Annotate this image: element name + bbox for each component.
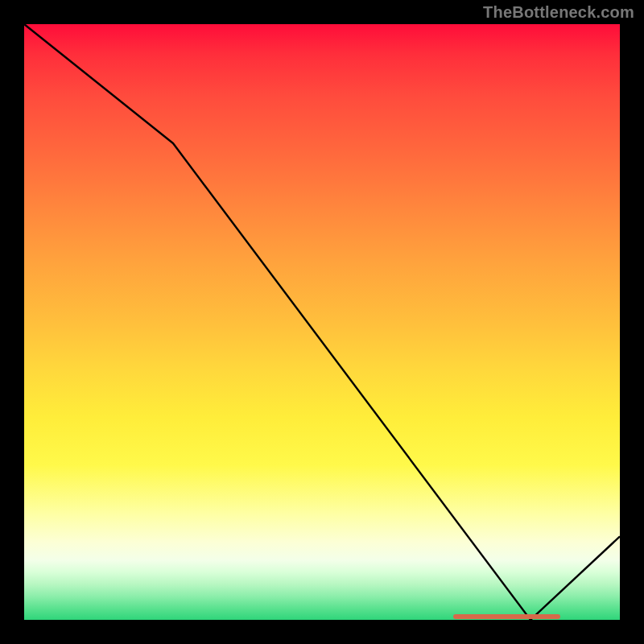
chart-frame: TheBottleneck.com — [0, 0, 644, 644]
optimal-range-marker — [453, 614, 560, 619]
plot-area-border — [24, 24, 620, 620]
watermark-text: TheBottleneck.com — [483, 3, 634, 22]
line-layer — [24, 24, 620, 620]
bottleneck-curve-path — [24, 24, 620, 620]
